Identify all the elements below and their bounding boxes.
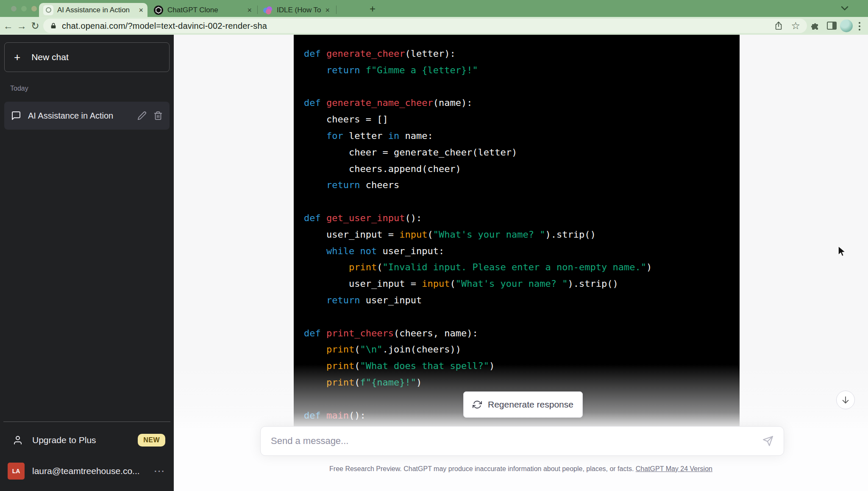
message-input[interactable] [271, 436, 762, 447]
browser-tab-strip: AI Assistance in Action × ChatGPT Clone … [0, 0, 868, 17]
window-close-button[interactable] [11, 6, 17, 11]
tab-chatgpt-clone[interactable]: ChatGPT Clone × [149, 3, 256, 17]
openai-logo-icon [153, 5, 164, 15]
address-bar[interactable]: chat.openai.com/?model=text-davinci-002-… [43, 19, 807, 33]
upgrade-to-plus-button[interactable]: Upgrade to Plus NEW [4, 428, 170, 452]
code-line: def generate_name_cheer(name): [304, 95, 740, 111]
code-line: cheers.append(cheer) [304, 161, 740, 178]
chat-bubble-icon [11, 111, 21, 121]
refresh-icon [473, 400, 482, 409]
user-avatar: LA [8, 463, 25, 480]
code-line: cheer = generate_cheer(letter) [304, 144, 740, 161]
tab-ai-assistance-in-action[interactable]: AI Assistance in Action × [39, 3, 147, 17]
code-line: return cheers [304, 177, 740, 194]
code-line: user_input = input("What's your name? ")… [304, 276, 740, 292]
close-tab-icon[interactable]: × [325, 6, 330, 14]
chatgpt-favicon [43, 5, 53, 15]
forward-button[interactable]: → [15, 20, 28, 32]
side-panel-icon[interactable] [826, 20, 837, 31]
code-line [304, 309, 740, 325]
reload-button[interactable]: ↻ [29, 20, 42, 32]
extensions-puzzle-icon[interactable] [810, 20, 821, 31]
tab-title: ChatGPT Clone [167, 6, 218, 14]
code-line [304, 194, 740, 210]
lock-icon [50, 22, 57, 30]
tab-separator [257, 6, 258, 14]
idle-favicon [263, 5, 273, 15]
chat-item-title: AI Assistance in Action [28, 111, 131, 121]
new-tab-button[interactable]: + [365, 3, 380, 15]
browser-menu-icon[interactable] [859, 22, 860, 31]
close-tab-icon[interactable]: × [247, 6, 252, 14]
share-icon[interactable] [774, 21, 783, 31]
code-line: cheers = [] [304, 111, 740, 128]
chat-main-area: def generate_cheer(letter): return f"Gim… [174, 35, 868, 491]
code-line: print("\n".join(cheers)) [304, 341, 740, 358]
new-chat-button[interactable]: + New chat [4, 42, 170, 72]
code-line: print("Invalid input. Please enter a non… [304, 259, 740, 276]
code-block: def generate_cheer(letter): return f"Gim… [294, 35, 740, 428]
chat-history-item[interactable]: AI Assistance in Action [4, 102, 170, 130]
window-minimize-button[interactable] [21, 6, 27, 11]
close-tab-icon[interactable]: × [139, 6, 143, 14]
sidebar: + New chat Today AI Assistance in Action [0, 35, 174, 491]
version-link[interactable]: ChatGPT May 24 Version [636, 465, 712, 472]
account-options-icon[interactable]: ··· [154, 466, 165, 476]
browser-profile-avatar[interactable] [840, 19, 853, 32]
upgrade-label: Upgrade to Plus [32, 435, 96, 445]
tab-title: AI Assistance in Action [57, 6, 130, 14]
account-menu-row[interactable]: LA laura@teamtreehouse.co... ··· [4, 458, 170, 484]
tab-title: IDLE (How To) | How to Install [277, 6, 321, 14]
browser-toolbar: ← → ↻ chat.openai.com/?model=text-davinc… [0, 17, 868, 35]
tab-idle-how-to[interactable]: IDLE (How To) | How to Install × [259, 3, 334, 17]
code-line: while not user_input: [304, 243, 740, 260]
code-line: return user_input [304, 292, 740, 309]
edit-pencil-icon[interactable] [137, 111, 147, 120]
send-icon[interactable] [762, 436, 773, 447]
url-text[interactable]: chat.openai.com/?model=text-davinci-002-… [62, 21, 766, 31]
code-line: user_input = input("What's your name? ")… [304, 227, 740, 243]
scroll-to-bottom-button[interactable] [836, 391, 855, 409]
new-chat-label: New chat [31, 52, 69, 62]
user-person-icon [13, 435, 23, 445]
bookmark-star-icon[interactable]: ☆ [791, 20, 800, 32]
new-badge: NEW [138, 434, 165, 447]
sidebar-divider [3, 422, 170, 422]
footer-disclaimer: Free Research Preview. ChatGPT may produ… [174, 465, 868, 473]
history-section-label: Today [10, 85, 28, 92]
code-line: return f"Gimme a {letter}!" [304, 62, 740, 79]
regenerate-response-button[interactable]: Regenerate response [463, 391, 583, 418]
plus-icon: + [14, 51, 20, 64]
window-zoom-button[interactable] [31, 6, 37, 11]
code-line: for letter in name: [304, 128, 740, 144]
back-button[interactable]: ← [2, 20, 14, 32]
code-line: print("What does that spell?") [304, 358, 740, 374]
chevron-down-icon[interactable] [841, 6, 849, 11]
delete-trash-icon[interactable] [153, 111, 163, 120]
code-line: def generate_cheer(letter): [304, 46, 740, 62]
tab-separator [336, 6, 337, 14]
user-email: laura@teamtreehouse.co... [32, 466, 147, 476]
code-line: print(f"{name}!") [304, 374, 740, 391]
regenerate-label: Regenerate response [488, 399, 573, 410]
code-content: def generate_cheer(letter): return f"Gim… [304, 46, 740, 424]
code-line: def print_cheers(cheers, name): [304, 325, 740, 342]
message-input-container [260, 426, 784, 456]
code-line: def get_user_input(): [304, 210, 740, 227]
footer-text: Free Research Preview. ChatGPT may produ… [329, 465, 636, 472]
code-line [304, 79, 740, 95]
arrow-down-icon [841, 395, 850, 405]
